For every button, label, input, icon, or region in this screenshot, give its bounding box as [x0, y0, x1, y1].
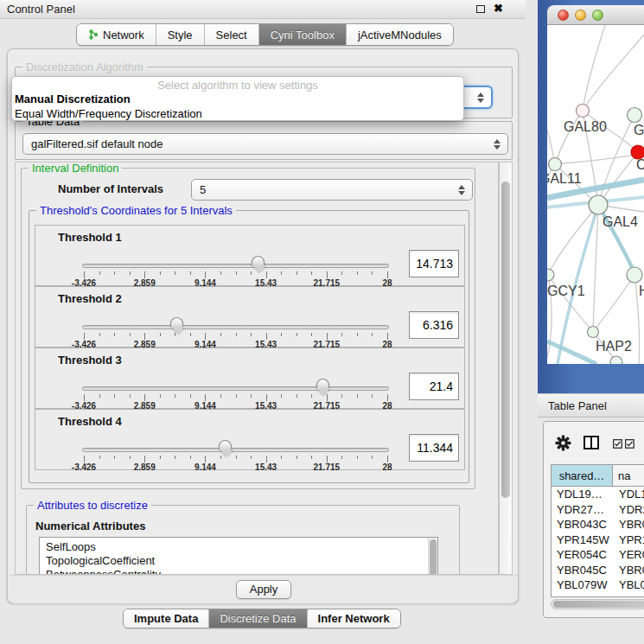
- close-icon[interactable]: ✖: [494, 2, 503, 15]
- table-row[interactable]: YBL079WYBL0: [552, 577, 644, 593]
- attributes-list-scrollbar[interactable]: [428, 538, 437, 575]
- threshold-label: Threshold 4: [58, 415, 122, 428]
- slider-tick: [372, 271, 373, 275]
- discretization-algorithm-legend: Discretization Algorithm: [22, 61, 147, 73]
- network-edge-thick[interactable]: [547, 341, 596, 364]
- slider-thumb[interactable]: [316, 379, 331, 395]
- slider-tick: [236, 456, 237, 459]
- slider-tick: [99, 271, 100, 275]
- slider-track[interactable]: [82, 325, 389, 329]
- menu-item-manual-discretization[interactable]: Manual Discretization: [15, 92, 131, 105]
- close-traffic-light-icon[interactable]: [558, 10, 569, 21]
- table-row[interactable]: YBR043CYBR0: [552, 517, 644, 532]
- threshold-value-field[interactable]: 11.344: [409, 434, 459, 462]
- bottom-tab-infer-network[interactable]: Infer Network: [308, 609, 400, 628]
- network-node-label: GAL: [634, 123, 644, 137]
- slider-tick: [251, 394, 252, 398]
- network-node-label: C: [636, 157, 644, 172]
- threshold-label: Threshold 1: [58, 231, 122, 244]
- attribute-item-topologicalcoefficient[interactable]: TopologicalCoefficient: [40, 554, 437, 568]
- cyni-toolbox-content: Discretization Algorithm Select algorith…: [7, 48, 519, 603]
- slider-thumb[interactable]: [219, 440, 233, 456]
- combo-arrows-icon: [493, 138, 501, 150]
- table-panel-body: shared… na YDL19…YDL1YDR27…YDR2YBR043CYB…: [543, 421, 644, 618]
- tab-network[interactable]: Network: [77, 24, 156, 45]
- cell-shared-name: YDR27…: [552, 503, 614, 516]
- slider-tick: [341, 271, 342, 275]
- attribute-item-betweennesscentrality[interactable]: BetweennessCentrality: [40, 568, 437, 575]
- threshold-value-field[interactable]: 6.316: [409, 311, 459, 339]
- slider-tick: [281, 394, 282, 398]
- main-scrollbar-thumb[interactable]: [501, 182, 510, 498]
- tab-cyni-toolbox[interactable]: Cyni Toolbox: [259, 24, 347, 45]
- bottom-tab-impute-data[interactable]: Impute Data: [124, 609, 209, 628]
- network-window-titlebar[interactable]: [547, 5, 644, 25]
- tab-style[interactable]: Style: [156, 24, 205, 45]
- settings-scroll-area: Interval Definition Number of Intervals …: [15, 162, 499, 575]
- column-layout-icon[interactable]: [583, 436, 600, 450]
- slider-track[interactable]: [82, 386, 389, 391]
- table-row[interactable]: YDR27…YDR2: [552, 502, 644, 518]
- table-row[interactable]: YER054CYER0: [552, 547, 644, 563]
- threshold-value-field[interactable]: 14.713: [409, 250, 459, 277]
- zoom-traffic-light-icon[interactable]: [592, 10, 603, 21]
- slider-track[interactable]: [82, 448, 389, 452]
- network-edge[interactable]: [583, 25, 605, 111]
- gear-icon[interactable]: [555, 435, 571, 451]
- table-row[interactable]: YPR145WYPR1: [552, 532, 644, 548]
- tab-jactivemnodules[interactable]: jActiveMNodules: [347, 24, 453, 45]
- tab-select[interactable]: Select: [205, 24, 259, 45]
- threshold-value-field[interactable]: 21.4: [409, 373, 459, 400]
- minimize-traffic-light-icon[interactable]: [575, 10, 586, 21]
- slider-tick: [296, 271, 297, 275]
- network-node-gcy1[interactable]: [547, 269, 554, 281]
- threshold-panel-1: Threshold 1-3.4262.8599.14415.4321.71528…: [35, 225, 465, 286]
- slider-thumb[interactable]: [252, 256, 266, 272]
- column-header-name[interactable]: na: [613, 464, 644, 487]
- slider-tick: [144, 456, 145, 462]
- main-vertical-scrollbar[interactable]: [499, 162, 513, 575]
- bottom-tab-bar: Impute DataDiscretize DataInfer Network: [123, 609, 401, 628]
- network-edge[interactable]: [593, 275, 634, 332]
- bottom-tab-discretize-data[interactable]: Discretize Data: [209, 609, 307, 628]
- network-node-gal11[interactable]: [549, 158, 562, 171]
- apply-button[interactable]: Apply: [236, 580, 291, 599]
- table-row[interactable]: YLR345WYLR3: [552, 593, 644, 598]
- menu-item-equal-width-frequency[interactable]: Equal Width/Frequency Discretization: [15, 107, 202, 120]
- table-hscrollbar-thumb[interactable]: [553, 601, 644, 608]
- float-window-icon[interactable]: [476, 5, 485, 13]
- slider-tick: [175, 271, 175, 275]
- network-node-gal80[interactable]: [577, 105, 590, 118]
- slider-thumb[interactable]: [170, 317, 185, 334]
- cell-name: YBR0: [614, 518, 644, 531]
- slider-tick: [130, 333, 131, 336]
- network-node-gal4[interactable]: [589, 195, 608, 214]
- attributes-scrollbar-thumb[interactable]: [430, 539, 437, 575]
- network-edge[interactable]: [583, 35, 644, 111]
- slider-tick: [220, 394, 221, 398]
- interval-definition-legend: Interval Definition: [29, 162, 122, 175]
- slider-tick: [236, 333, 237, 336]
- slider-track[interactable]: [82, 264, 389, 268]
- numerical-attributes-list[interactable]: SelfLoopsTopologicalCoefficientBetweenne…: [39, 537, 438, 575]
- cell-name: YDL1: [614, 488, 644, 501]
- network-edge[interactable]: [555, 154, 644, 164]
- column-header-shared-name[interactable]: shared…: [551, 464, 613, 487]
- number-of-intervals-combobox[interactable]: 5: [191, 179, 473, 201]
- network-node[interactable]: [610, 356, 622, 364]
- table-row[interactable]: YBR045CYBR0: [552, 563, 644, 578]
- slider-tick: [144, 394, 145, 401]
- combo-arrows-icon: [457, 184, 465, 196]
- select-all-checkbox-icon[interactable]: [613, 439, 635, 449]
- slider-tick: [114, 456, 115, 459]
- table-data-combobox[interactable]: galFiltered.sif default node: [22, 133, 508, 155]
- network-node-gal[interactable]: [628, 108, 642, 123]
- slider-tick: [266, 333, 267, 340]
- attribute-item-selfloops[interactable]: SelfLoops: [40, 540, 437, 554]
- table-row[interactable]: YDL19…YDL1: [552, 487, 644, 502]
- network-edge[interactable]: [548, 205, 598, 275]
- network-node-hap2[interactable]: [588, 327, 599, 338]
- table-horizontal-scrollbar[interactable]: [551, 599, 644, 609]
- network-view-canvas[interactable]: GAL80GALCGAL11GAL4GCY1HAHAP2: [547, 25, 644, 364]
- network-node-ha[interactable]: [627, 267, 642, 283]
